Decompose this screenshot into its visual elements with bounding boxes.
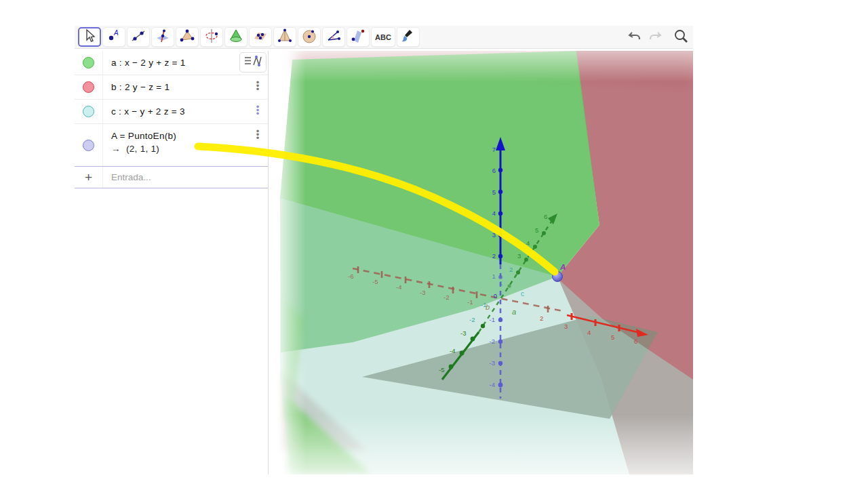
svg-text:-4: -4 bbox=[396, 283, 401, 291]
graphics-3d-view[interactable]: -6-5 -4-3 -2-1 23 45 6 bbox=[271, 51, 693, 474]
point-A-label: A bbox=[559, 263, 566, 271]
svg-text:-5: -5 bbox=[372, 278, 378, 285]
tool-line[interactable] bbox=[127, 27, 150, 47]
plane-label-a: a bbox=[512, 308, 516, 316]
value-A: → (2, 1, 1) bbox=[103, 144, 268, 160]
definition-A: A = PuntoEn(b) bbox=[103, 124, 268, 144]
rotate-icon bbox=[203, 28, 220, 46]
add-input-icon[interactable]: + bbox=[75, 167, 103, 188]
tool-rotate-around-line[interactable] bbox=[200, 27, 223, 47]
geogebra-window: A ABC bbox=[75, 26, 693, 474]
tool-sphere[interactable] bbox=[298, 27, 321, 47]
equation-c: c : x − y + 2 z = 3 bbox=[103, 100, 268, 123]
svg-text:-3: -3 bbox=[420, 289, 425, 296]
svg-text:5: 5 bbox=[611, 333, 614, 341]
svg-text:-4: -4 bbox=[450, 347, 455, 354]
svg-text:5: 5 bbox=[492, 188, 496, 196]
svg-text:7: 7 bbox=[492, 146, 496, 153]
algebra-row-a[interactable]: a : x − 2 y + z = 1 bbox=[75, 51, 268, 75]
svg-text:A: A bbox=[113, 29, 119, 37]
svg-text:2: 2 bbox=[509, 266, 513, 273]
svg-text:-1: -1 bbox=[490, 316, 495, 323]
algebra-view: a : x − 2 y + z = 1 b : 2 y − z = 1 ••• … bbox=[75, 51, 269, 474]
point-icon: A bbox=[106, 28, 122, 46]
svg-text:2: 2 bbox=[492, 252, 496, 260]
svg-text:6: 6 bbox=[634, 338, 637, 345]
svg-text:4: 4 bbox=[492, 209, 496, 217]
redo-icon bbox=[647, 28, 663, 47]
plane-icon bbox=[252, 28, 269, 46]
algebra-row-c[interactable]: c : x − y + 2 z = 3 ••• bbox=[75, 100, 268, 124]
algebra-row-A[interactable]: A = PuntoEn(b) → (2, 1, 1) ••• bbox=[75, 124, 268, 166]
svg-text:3: 3 bbox=[517, 252, 521, 260]
tool-plane-through-points[interactable] bbox=[249, 27, 272, 47]
tool-style-brush[interactable] bbox=[397, 27, 420, 47]
row-menu-icon[interactable]: ••• bbox=[253, 105, 262, 115]
svg-text:-3: -3 bbox=[460, 329, 466, 337]
svg-text:-2: -2 bbox=[490, 338, 495, 345]
svg-text:3: 3 bbox=[492, 231, 496, 239]
toolbar: A ABC bbox=[75, 26, 693, 49]
pyramid-icon bbox=[277, 28, 293, 46]
object-color-dot-A[interactable] bbox=[83, 140, 94, 151]
sphere-icon bbox=[301, 28, 317, 46]
move-cursor-icon bbox=[81, 28, 98, 46]
algebra-input-row: + bbox=[75, 166, 268, 188]
tool-reflect-about-plane[interactable] bbox=[347, 27, 370, 47]
polygon-icon bbox=[179, 28, 195, 46]
object-color-dot-b[interactable] bbox=[83, 81, 94, 93]
svg-text:-3: -3 bbox=[490, 359, 495, 367]
algebra-style-button[interactable] bbox=[239, 52, 267, 73]
sort-style-icon bbox=[243, 54, 263, 71]
object-color-dot-c[interactable] bbox=[83, 106, 94, 117]
tool-intersect-surfaces[interactable] bbox=[151, 27, 174, 47]
tool-polygon[interactable] bbox=[176, 27, 199, 47]
svg-text:-4: -4 bbox=[490, 381, 495, 388]
row-menu-icon[interactable]: ••• bbox=[253, 81, 262, 91]
svg-text:4: 4 bbox=[526, 239, 530, 247]
algebra-input[interactable] bbox=[103, 167, 268, 188]
tool-text[interactable]: ABC bbox=[371, 27, 395, 47]
svg-text:-1: -1 bbox=[467, 298, 473, 306]
svg-text:6: 6 bbox=[544, 213, 547, 220]
svg-text:2: 2 bbox=[540, 314, 543, 322]
brush-icon bbox=[400, 28, 416, 46]
tool-cone[interactable] bbox=[224, 27, 248, 47]
tool-pyramid[interactable] bbox=[273, 27, 296, 47]
fog-top bbox=[271, 51, 693, 82]
arrow-output-icon: → bbox=[111, 144, 121, 154]
graphics-3d-canvas: -6-5 -4-3 -2-1 23 45 6 bbox=[271, 51, 693, 474]
line-icon bbox=[130, 28, 146, 46]
plane-label-c: c bbox=[521, 290, 524, 298]
tool-move[interactable] bbox=[78, 27, 101, 47]
angle-icon bbox=[326, 28, 342, 46]
zoom-search-icon[interactable] bbox=[673, 28, 689, 47]
tool-angle[interactable] bbox=[322, 27, 345, 47]
fog-bottom bbox=[271, 415, 693, 474]
algebra-row-b[interactable]: b : 2 y − z = 1 ••• bbox=[75, 75, 268, 100]
svg-text:6: 6 bbox=[492, 167, 496, 174]
undo-icon[interactable] bbox=[627, 28, 643, 47]
equation-b: b : 2 y − z = 1 bbox=[103, 75, 268, 99]
intersect-icon bbox=[155, 28, 171, 46]
svg-text:-2: -2 bbox=[443, 293, 449, 301]
plane-label-b: b bbox=[486, 303, 490, 311]
svg-text:4: 4 bbox=[587, 329, 591, 336]
fog-left bbox=[271, 51, 306, 474]
tool-point[interactable]: A bbox=[102, 27, 125, 47]
text-tool-label: ABC bbox=[375, 33, 391, 41]
svg-text:5: 5 bbox=[535, 226, 538, 234]
svg-text:-2: -2 bbox=[469, 316, 475, 323]
cone-icon bbox=[228, 28, 244, 46]
toolbar-right bbox=[627, 28, 689, 47]
svg-text:1: 1 bbox=[492, 272, 496, 280]
svg-text:3: 3 bbox=[564, 323, 568, 330]
object-color-dot-a[interactable] bbox=[83, 57, 94, 68]
point-A[interactable] bbox=[553, 272, 563, 282]
row-menu-icon[interactable]: ••• bbox=[253, 129, 262, 140]
svg-text:-6: -6 bbox=[348, 272, 353, 280]
svg-text:-5: -5 bbox=[439, 366, 444, 373]
reflect-icon bbox=[350, 28, 366, 46]
svg-text:0: 0 bbox=[494, 292, 497, 300]
